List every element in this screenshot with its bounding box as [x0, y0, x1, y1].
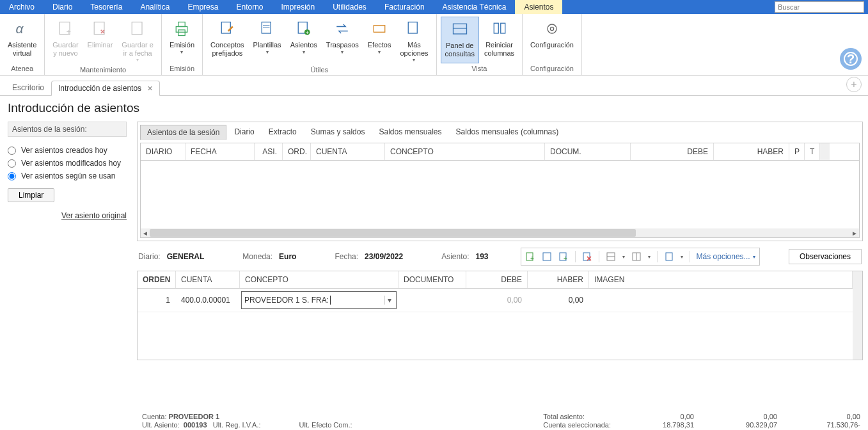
menu-utilidades[interactable]: Utilidades: [324, 0, 375, 14]
tab-escritorio[interactable]: Escritorio: [5, 80, 51, 95]
entry-grid-body[interactable]: [138, 312, 853, 360]
footer-ultasi-label: Ult. Asiento:: [142, 421, 180, 429]
scroll-right-icon[interactable]: ►: [850, 230, 859, 237]
col-fecha[interactable]: FECHA: [185, 143, 255, 160]
menu-asientos[interactable]: Asientos: [515, 0, 562, 14]
menu-tesoreria[interactable]: Tesorería: [81, 0, 131, 14]
efectos-button[interactable]: Efectos▾: [364, 17, 395, 65]
mas-opciones-link[interactable]: Más opciones...▾: [697, 252, 755, 261]
innertab-extracto[interactable]: Extracto: [262, 125, 303, 140]
limpiar-button[interactable]: Limpiar: [8, 188, 54, 202]
svg-point-21: [548, 24, 556, 33]
svg-text:+: +: [305, 29, 308, 36]
tab-introduccion[interactable]: Introducción de asientos ✕: [51, 81, 160, 96]
tool-delete-icon[interactable]: [582, 251, 592, 262]
tool-grid2-icon[interactable]: [631, 251, 642, 262]
innertab-sumas[interactable]: Sumas y saldos: [304, 125, 372, 140]
svg-text:+: +: [67, 28, 71, 36]
mas-opciones-button[interactable]: Más opciones▾: [396, 17, 432, 65]
svg-rect-16: [409, 22, 418, 34]
innertab-saldos-mensuales[interactable]: Saldos mensuales: [372, 125, 448, 140]
session-grid: DIARIO FECHA ASI. ORD. CUENTA CONCEPTO D…: [140, 143, 860, 238]
traspasos-button[interactable]: Traspasos▾: [322, 17, 363, 65]
col2-orden[interactable]: ORDEN: [138, 271, 176, 288]
menu-impresion[interactable]: Impresión: [272, 0, 324, 14]
search-input[interactable]: [775, 1, 864, 13]
add-tab-button[interactable]: +: [846, 77, 862, 92]
tool-doc-icon[interactable]: [664, 251, 674, 262]
conceptos-prefijados-button[interactable]: Conceptos prefijados: [207, 17, 248, 65]
innertab-saldos-columnas[interactable]: Saldos mensuales (columnas): [450, 125, 565, 140]
col2-documento[interactable]: DOCUMENTO: [398, 271, 466, 288]
menu-empresa[interactable]: Empresa: [178, 0, 227, 14]
cell-haber[interactable]: 0,00: [528, 292, 589, 308]
col-docum[interactable]: DOCUM.: [545, 143, 631, 160]
svg-rect-8: [222, 22, 231, 34]
svg-rect-4: [132, 22, 142, 35]
col-debe[interactable]: DEBE: [631, 143, 714, 160]
cell-documento[interactable]: [398, 296, 466, 304]
fecha-value: 23/09/2022: [365, 252, 403, 261]
col-p[interactable]: P: [789, 143, 805, 160]
radio-segun-se-usan[interactable]: Ver asientos según se usan: [8, 171, 127, 180]
scroll-left-icon[interactable]: ◄: [141, 230, 150, 237]
col-diario[interactable]: DIARIO: [141, 143, 185, 160]
asiento-label: Asiento:: [441, 252, 469, 261]
scroll-thumb[interactable]: [150, 229, 636, 237]
panel-consultas-button[interactable]: Panel de consultas: [441, 17, 479, 63]
status-footer: Cuenta: PROVEEDOR 1 Ult. Asiento: 000193…: [0, 411, 868, 430]
menu-asistencia[interactable]: Asistencia Técnica: [434, 0, 516, 14]
col2-imagen[interactable]: IMAGEN: [589, 271, 853, 288]
tool-grid1-icon[interactable]: [606, 251, 616, 262]
panel-icon: [450, 19, 470, 40]
sidebar-header: Asientos de la sesión:: [8, 122, 127, 137]
col2-cuenta[interactable]: CUENTA: [176, 271, 240, 288]
cell-imagen[interactable]: [589, 296, 853, 304]
col-asi[interactable]: ASI.: [255, 143, 283, 160]
chevron-down-icon[interactable]: ▾: [384, 296, 393, 305]
ver-asiento-original-link[interactable]: Ver asiento original: [8, 211, 127, 220]
concepto-input[interactable]: PROVEEDOR 1 S. FRA: ▾: [241, 291, 397, 309]
columns-reset-icon: [489, 19, 510, 39]
observaciones-button[interactable]: Observaciones: [789, 249, 862, 264]
menu-diario[interactable]: Diario: [43, 0, 81, 14]
radio-modificados-hoy[interactable]: Ver asientos modificados hoy: [8, 159, 127, 168]
fecha-label: Fecha:: [335, 252, 358, 261]
asientos-button[interactable]: + Asientos▾: [287, 17, 321, 65]
menu-analitica[interactable]: Analítica: [131, 0, 178, 14]
session-grid-body[interactable]: [141, 161, 859, 228]
innertab-sesion[interactable]: Asientos de la sesión: [140, 125, 226, 140]
close-icon[interactable]: ✕: [147, 84, 153, 92]
plantillas-button[interactable]: Plantillas▾: [249, 17, 285, 65]
vertical-scrollbar[interactable]: [853, 271, 862, 360]
menu-facturacion[interactable]: Facturación: [375, 0, 434, 14]
col-cuenta[interactable]: CUENTA: [311, 143, 385, 160]
col-ord[interactable]: ORD.: [283, 143, 311, 160]
ribbon: α Asistente virtual Atenea + Guardar y n…: [0, 14, 868, 76]
table-row[interactable]: 1 400.0.0.00001 PROVEEDOR 1 S. FRA: ▾ 0,…: [138, 289, 853, 312]
tool-save-icon[interactable]: [542, 251, 552, 262]
col2-haber[interactable]: HABER: [528, 271, 589, 288]
asistente-virtual-button[interactable]: α Asistente virtual: [4, 17, 40, 63]
reiniciar-columnas-button[interactable]: Reiniciar columnas: [480, 17, 518, 63]
configuracion-button[interactable]: Configuración: [526, 17, 578, 63]
col-haber[interactable]: HABER: [714, 143, 789, 160]
cell-debe[interactable]: 0,00: [466, 292, 528, 308]
tool-add-icon[interactable]: +: [525, 251, 535, 262]
innertab-diario[interactable]: Diario: [228, 125, 260, 140]
col2-debe[interactable]: DEBE: [466, 271, 528, 288]
group-utiles-label: Útiles: [207, 65, 432, 75]
radio-creados-hoy[interactable]: Ver asientos creados hoy: [8, 146, 127, 155]
emision-button[interactable]: Emisión▾: [166, 17, 198, 63]
tool-new-icon[interactable]: +: [558, 251, 569, 262]
entry-info-bar: Diario: GENERAL Moneda: Euro Fecha: 23/0…: [137, 241, 863, 271]
col2-concepto[interactable]: CONCEPTO: [240, 271, 398, 288]
menu-archivo[interactable]: Archivo: [0, 0, 43, 14]
svg-rect-25: [543, 253, 551, 260]
help-icon[interactable]: ?: [840, 48, 862, 70]
horizontal-scrollbar[interactable]: ◄ ►: [141, 228, 859, 237]
menu-entorno[interactable]: Entorno: [227, 0, 272, 14]
col-t[interactable]: T: [805, 143, 820, 160]
cell-cuenta[interactable]: 400.0.0.00001: [176, 292, 240, 308]
col-concepto[interactable]: CONCEPTO: [385, 143, 545, 160]
